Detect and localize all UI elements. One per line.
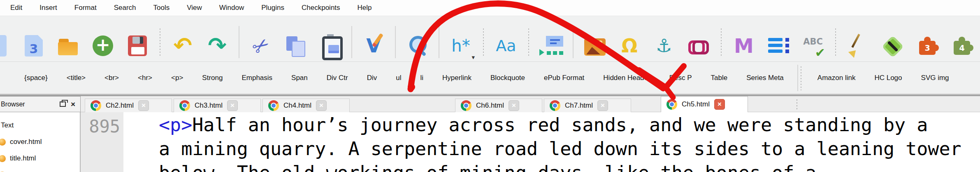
undo-button[interactable]: ↶ bbox=[170, 33, 196, 59]
document-partial-icon bbox=[0, 35, 7, 57]
menu-insert[interactable]: Insert bbox=[31, 4, 66, 12]
paste-button[interactable] bbox=[317, 33, 343, 59]
float-panel-icon[interactable] bbox=[60, 101, 66, 107]
tab-label: Ch4.html bbox=[283, 101, 311, 110]
toolbar-separator bbox=[239, 26, 239, 58]
toolbar-grip-handle[interactable] bbox=[159, 28, 161, 57]
menu-plugins[interactable]: Plugins bbox=[253, 4, 293, 12]
tab-label: Ch6.html bbox=[476, 101, 504, 110]
sidebar-item-label: title.html bbox=[10, 154, 36, 163]
list-blocks-button[interactable] bbox=[765, 33, 792, 59]
menu-view[interactable]: View bbox=[178, 4, 211, 12]
file-tree-sidebar: Textcover.htmltitle.html bbox=[0, 112, 81, 172]
menu-edit[interactable]: Edit bbox=[2, 4, 31, 12]
menu-bar: EditInsertFormatSearchToolsViewWindowPlu… bbox=[0, 0, 980, 16]
toolbar-grip-handle[interactable] bbox=[834, 28, 837, 57]
tag-toolbar: {space}<title><br><hr><p>StrongEmphasisS… bbox=[0, 62, 980, 94]
toolbar-grip-handle[interactable] bbox=[800, 66, 802, 90]
tag-button-title[interactable]: <title> bbox=[57, 70, 95, 86]
indent-block-button[interactable] bbox=[538, 33, 564, 59]
document-partial-button[interactable] bbox=[0, 33, 12, 59]
tag-button-hidden-header[interactable]: Hidden Header bbox=[594, 70, 660, 86]
cut-button[interactable]: ✂ bbox=[248, 33, 274, 59]
code-text: Half an hour’s journey across red sands,… bbox=[192, 114, 939, 136]
toolbar-grip-handle[interactable] bbox=[527, 28, 530, 57]
tag-button-epub-format[interactable]: ePub Format bbox=[534, 70, 594, 86]
tag-button-div-ctr[interactable]: Div Ctr bbox=[317, 70, 358, 86]
tag-button-hc-logo[interactable]: HC Logo bbox=[865, 70, 911, 86]
tag-button-series-meta[interactable]: Series Meta bbox=[737, 70, 793, 86]
markdown-m-button[interactable]: M bbox=[731, 33, 757, 59]
tab-close-button[interactable]: × bbox=[316, 100, 327, 111]
tab-close-button[interactable]: × bbox=[227, 100, 238, 111]
tab-close-button[interactable]: × bbox=[597, 100, 608, 111]
redo-button[interactable]: ↷ bbox=[204, 33, 230, 59]
toolbar-grip-handle[interactable] bbox=[720, 28, 722, 57]
tag-button-emphasis[interactable]: Emphasis bbox=[232, 70, 282, 86]
tag-button-p[interactable]: <p> bbox=[162, 70, 193, 86]
document-3-button[interactable]: 3 bbox=[21, 33, 47, 59]
tab-close-button[interactable]: × bbox=[714, 99, 725, 110]
tag-button-blockquote[interactable]: Blockquote bbox=[481, 70, 534, 86]
chrome-file-icon bbox=[179, 100, 190, 111]
menu-tools[interactable]: Tools bbox=[145, 4, 179, 12]
tag-button-hyperlink[interactable]: Hyperlink bbox=[433, 70, 481, 86]
edit-v-button[interactable]: V bbox=[360, 33, 387, 59]
toolbar-grip-handle[interactable] bbox=[482, 28, 485, 57]
tab-ch4-html[interactable]: Ch4.html× bbox=[262, 99, 350, 112]
save-floppy-button[interactable] bbox=[124, 33, 151, 59]
tag-button-br[interactable]: <br> bbox=[95, 70, 128, 86]
sidebar-item-title-html[interactable]: title.html bbox=[0, 150, 80, 167]
menu-format[interactable]: Format bbox=[66, 4, 105, 12]
new-plus-button[interactable]: + bbox=[90, 33, 116, 59]
text-case-button[interactable]: Aa bbox=[493, 33, 519, 59]
redo-icon: ↷ bbox=[207, 34, 228, 57]
tag-button-space[interactable]: {space} bbox=[15, 70, 57, 86]
tab-ch7-html[interactable]: Ch7.html× bbox=[544, 99, 631, 112]
tab-close-button[interactable]: × bbox=[509, 100, 519, 111]
open-folder-button[interactable] bbox=[55, 33, 81, 59]
tag-button-ul[interactable]: ul bbox=[386, 70, 411, 86]
list-blocks-icon bbox=[768, 34, 789, 57]
tag-button-table[interactable]: Table bbox=[701, 70, 737, 86]
tag-button-div[interactable]: Div bbox=[358, 70, 387, 86]
menu-window[interactable]: Window bbox=[211, 4, 253, 12]
heading-h-button[interactable]: h* bbox=[448, 33, 474, 59]
sidebar-item-cover-html[interactable]: cover.html bbox=[0, 134, 80, 150]
validator-check-button[interactable] bbox=[880, 33, 906, 59]
tabbar-grip-handle[interactable] bbox=[796, 99, 798, 110]
tab-ch3-html[interactable]: Ch3.html× bbox=[174, 99, 261, 112]
tag-button-desc-p[interactable]: Desc P bbox=[660, 70, 701, 86]
sidebar-item-clipped[interactable] bbox=[0, 167, 80, 172]
tab-ch2-html[interactable]: Ch2.html× bbox=[85, 99, 172, 112]
hyperlink-chain-button[interactable] bbox=[685, 33, 712, 59]
close-panel-button[interactable]: × bbox=[69, 100, 77, 109]
image-button[interactable] bbox=[582, 33, 608, 59]
copy-button[interactable] bbox=[282, 33, 309, 59]
menu-search[interactable]: Search bbox=[105, 4, 145, 12]
tab-close-button[interactable]: × bbox=[138, 100, 149, 111]
puzzle-3-button[interactable]: 3 bbox=[914, 33, 941, 59]
omega-button[interactable]: Ω bbox=[616, 33, 643, 59]
search-magnifier-button[interactable] bbox=[404, 33, 430, 59]
paste-icon bbox=[319, 34, 341, 57]
tab-ch6-html[interactable]: Ch6.html× bbox=[455, 99, 542, 112]
tag-button-svg-img[interactable]: SVG img bbox=[912, 70, 959, 86]
anchor-button[interactable]: ⚓ bbox=[651, 33, 677, 59]
tag-button-span[interactable]: Span bbox=[282, 70, 317, 86]
tag-button-hr[interactable]: <hr> bbox=[128, 70, 162, 86]
broom-button[interactable] bbox=[845, 33, 871, 59]
sidebar-item-text[interactable]: Text bbox=[0, 117, 80, 134]
tab-ch5-html[interactable]: Ch5.html× bbox=[661, 96, 748, 112]
tab-strip: Ch2.html×Ch3.html×Ch4.html×Ch6.html×Ch7.… bbox=[81, 96, 980, 112]
tag-button-amazon-link[interactable]: Amazon link bbox=[808, 70, 865, 86]
tag-button-strong[interactable]: Strong bbox=[193, 70, 232, 86]
menu-checkpoints[interactable]: Checkpoints bbox=[293, 4, 349, 12]
toolbar-separator bbox=[395, 26, 396, 58]
puzzle-4-button[interactable]: 4 bbox=[949, 33, 975, 59]
document-3-icon: 3 bbox=[25, 35, 43, 57]
tag-button-li[interactable]: li bbox=[411, 70, 433, 86]
code-editor[interactable]: <p>Half an hour’s journey across red san… bbox=[123, 112, 980, 172]
menu-help[interactable]: Help bbox=[349, 4, 381, 12]
spellcheck-abc-button[interactable]: ABC bbox=[800, 33, 826, 59]
